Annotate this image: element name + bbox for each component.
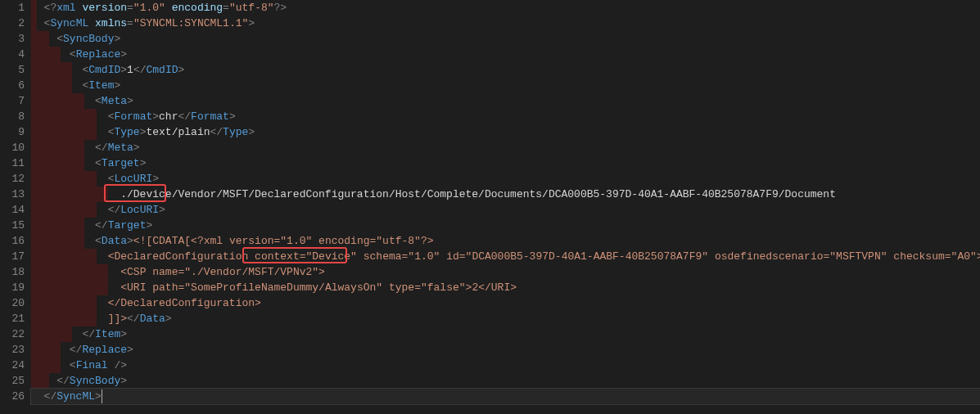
code-line[interactable]: <SyncBody>	[31, 31, 980, 47]
line-number: 14	[0, 202, 25, 218]
line-number: 25	[0, 373, 25, 389]
code-line[interactable]: ]]></Data>	[31, 311, 980, 326]
code-line[interactable]: <Item>	[31, 78, 980, 93]
code-line[interactable]: <CSP name="./Vendor/MSFT/VPNv2">	[31, 264, 980, 280]
line-number: 15	[0, 218, 25, 233]
line-number: 26	[0, 389, 25, 404]
code-line[interactable]: <Target>	[31, 155, 980, 171]
line-number: 4	[0, 47, 25, 62]
code-line[interactable]: <?xml version="1.0" encoding="utf-8"?>	[31, 0, 980, 16]
line-number: 13	[0, 187, 25, 202]
line-number: 7	[0, 93, 25, 109]
code-line[interactable]: </Target>	[31, 218, 980, 233]
code-line[interactable]: <Format>chr</Format>	[31, 109, 980, 124]
code-line[interactable]: <CmdID>1</CmdID>	[31, 62, 980, 78]
line-number: 3	[0, 31, 25, 47]
code-line[interactable]: </LocURI>	[31, 202, 980, 218]
code-area[interactable]: <?xml version="1.0" encoding="utf-8"?> <…	[31, 0, 980, 414]
code-line[interactable]: </Meta>	[31, 140, 980, 155]
code-editor[interactable]: 1 2 3 4 5 6 7 8 9 10 11 12 13 14 15 16 1…	[0, 0, 980, 414]
line-number: 12	[0, 171, 25, 187]
line-number: 21	[0, 311, 25, 326]
code-line[interactable]: <Data><![CDATA[<?xml version="1.0" encod…	[31, 233, 980, 249]
line-number-gutter: 1 2 3 4 5 6 7 8 9 10 11 12 13 14 15 16 1…	[0, 0, 31, 414]
line-number: 5	[0, 62, 25, 78]
code-line[interactable]: ./Device/Vendor/MSFT/DeclaredConfigurati…	[31, 187, 980, 202]
code-line[interactable]: <Final />	[31, 358, 980, 373]
line-number: 17	[0, 249, 25, 264]
code-line[interactable]: </DeclaredConfiguration>	[31, 295, 980, 311]
line-number: 1	[0, 0, 25, 16]
code-line[interactable]: <URI path="SomeProfileNameDummy/AlwaysOn…	[31, 280, 980, 295]
code-line[interactable]: <SyncML xmlns="SYNCML:SYNCML1.1">	[31, 16, 980, 31]
code-line[interactable]: <Type>text/plain</Type>	[31, 124, 980, 140]
text-cursor	[102, 389, 102, 403]
line-number: 11	[0, 155, 25, 171]
code-line[interactable]: </Item>	[31, 326, 980, 342]
code-line[interactable]: <DeclaredConfiguration context="Device" …	[31, 249, 980, 264]
code-line[interactable]: <LocURI>	[31, 171, 980, 187]
line-number: 2	[0, 16, 25, 31]
line-number: 6	[0, 78, 25, 93]
line-number: 8	[0, 109, 25, 124]
code-line[interactable]: <Replace>	[31, 47, 980, 62]
line-number: 20	[0, 295, 25, 311]
line-number: 9	[0, 124, 25, 140]
code-line[interactable]: </Replace>	[31, 342, 980, 358]
code-line-current[interactable]: </SyncML>	[31, 389, 980, 404]
line-number: 24	[0, 358, 25, 373]
line-number: 23	[0, 342, 25, 358]
code-line[interactable]: </SyncBody>	[31, 373, 980, 389]
code-line[interactable]: <Meta>	[31, 93, 980, 109]
line-number: 18	[0, 264, 25, 280]
line-number: 19	[0, 280, 25, 295]
line-number: 16	[0, 233, 25, 249]
line-number: 10	[0, 140, 25, 155]
line-number: 22	[0, 326, 25, 342]
